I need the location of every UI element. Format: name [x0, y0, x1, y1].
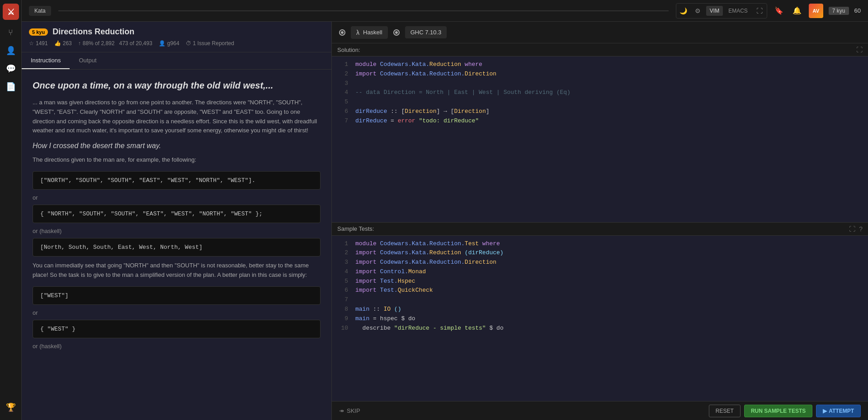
instructions-subtitle: How I crossed the desert the smart way.: [33, 142, 321, 150]
code-line: 5import Test.Hspec: [332, 277, 868, 286]
user-icon: 👤: [159, 40, 165, 47]
up-icon: ↑: [78, 40, 81, 47]
code-block-1: ["NORTH", "SOUTH", "SOUTH", "EAST", "WES…: [33, 171, 321, 190]
code-line: 7dirReduce = error "todo: dirReduce": [332, 117, 868, 126]
issue-meta: ⏱ 1 Issue Reported: [186, 40, 234, 47]
settings-toggle[interactable]: ⚙: [692, 5, 704, 17]
kata-title: Directions Reduction: [52, 27, 134, 37]
skip-label: SKIP: [347, 407, 360, 414]
kyu-pill: 5 kyu: [29, 28, 48, 36]
tab-instructions[interactable]: Instructions: [22, 52, 70, 69]
tab-output[interactable]: Output: [70, 52, 105, 69]
or-text-2: or (haskell): [33, 228, 321, 234]
expand-solution-icon[interactable]: ⛶: [856, 46, 863, 53]
help-tests-icon[interactable]: ?: [859, 225, 863, 233]
topbar: Kata 🌙 ⚙ VIM EMACS ⛶ 🔖 🔔 AV 7 kyu 60: [22, 0, 868, 22]
language-selector[interactable]: λ Haskell: [351, 26, 388, 39]
instructions-paragraph3: You can immediatly see that going "NORTH…: [33, 261, 321, 280]
version-dot: [395, 31, 398, 34]
code-line: 8main :: IO (): [332, 305, 868, 314]
clock-icon: ⏱: [186, 40, 191, 47]
avatar[interactable]: AV: [809, 4, 823, 18]
code-line: 10 describe "dirReduce - simple tests" $…: [332, 324, 868, 333]
issue-value: 1 Issue Reported: [193, 40, 234, 47]
skip-icon: ↠: [339, 407, 344, 414]
attempt-button[interactable]: ▶ ATTEMPT: [816, 405, 861, 417]
tabs: Instructions Output: [22, 52, 331, 70]
solution-header: Solution: ⛶: [332, 43, 868, 56]
train-icon[interactable]: ⑂: [3, 24, 19, 41]
content-area: 5 kyu Directions Reduction ☆ 1491 👍 263 …: [22, 22, 868, 420]
score-badge: 60: [854, 7, 861, 14]
left-panel: 5 kyu Directions Reduction ☆ 1491 👍 263 …: [22, 22, 332, 420]
emacs-toggle[interactable]: EMACS: [725, 6, 751, 16]
attempt-icon: ▶: [823, 408, 827, 414]
solution-label: Solution:: [337, 47, 360, 53]
code-line: 1module Codewars.Kata.Reduction where: [332, 60, 868, 70]
code-line: 2import Codewars.Kata.Reduction (dirRedu…: [332, 248, 868, 258]
chat-icon[interactable]: 💬: [3, 61, 19, 77]
skip-button[interactable]: ↠ SKIP: [339, 407, 360, 414]
code-block-5: { "WEST" }: [33, 320, 321, 338]
sample-tests-label: Sample Tests:: [337, 225, 374, 232]
dark-mode-toggle[interactable]: 🌙: [677, 5, 690, 17]
kata-meta: ☆ 1491 👍 263 ↑ 88% of 2,892 473 of 20,49…: [29, 40, 324, 47]
code-line: 2import Codewars.Kata.Reduction.Directio…: [332, 70, 868, 79]
run-sample-tests-button[interactable]: RUN SAMPLE TESTS: [744, 405, 812, 417]
solution-editor[interactable]: 1module Codewars.Kata.Reduction where2im…: [332, 56, 868, 222]
docs-icon[interactable]: 📄: [3, 79, 19, 95]
attempt-label: ATTEMPT: [829, 408, 854, 414]
code-block-4: ["WEST"]: [33, 286, 321, 305]
vim-toggle[interactable]: VIM: [706, 6, 723, 16]
expand-tests-icon[interactable]: ⛶: [849, 225, 855, 233]
or-text-3: or: [33, 309, 321, 316]
progress-bar: [58, 10, 669, 11]
trophy-icon[interactable]: 🏆: [3, 399, 19, 415]
kata-tab[interactable]: Kata: [29, 6, 51, 16]
sample-tests-editor[interactable]: 1module Codewars.Kata.Reduction.Test whe…: [332, 236, 868, 401]
instructions-paragraph1: ... a man was given directions to go fro…: [33, 98, 321, 135]
fullscreen-toggle[interactable]: ⛶: [753, 5, 766, 17]
code-line: 4-- data Direction = North | East | West…: [332, 88, 868, 98]
user-value: g964: [167, 40, 179, 47]
code-block-3: [North, South, South, East, West, North,…: [33, 238, 321, 257]
logo[interactable]: ⚔: [3, 4, 19, 20]
kata-title-row: 5 kyu Directions Reduction: [29, 27, 324, 37]
code-line: 1module Codewars.Kata.Reduction.Test whe…: [332, 239, 868, 249]
code-line: 7: [332, 295, 868, 305]
reset-button[interactable]: RESET: [709, 405, 741, 417]
version-label: GHC 7.10.3: [410, 29, 442, 36]
votes-meta: 👍 263: [54, 40, 72, 47]
code-line: 9main = hspec $ do: [332, 314, 868, 324]
bookmark-icon[interactable]: 🔖: [773, 5, 785, 17]
sample-tests-header: Sample Tests: ⛶ ?: [332, 223, 868, 236]
bottom-bar: ↠ SKIP RESET RUN SAMPLE TESTS ▶ ATTEMPT: [332, 401, 868, 420]
instructions-content: Once upon a time, on a way through the o…: [22, 70, 331, 420]
main-container: Kata 🌙 ⚙ VIM EMACS ⛶ 🔖 🔔 AV 7 kyu 60 5 k…: [22, 0, 868, 420]
sample-tests-section: Sample Tests: ⛶ ? 1module Codewars.Kata.…: [332, 223, 868, 401]
code-block-2: { "NORTH", "SOUTH", "SOUTH", "EAST", "WE…: [33, 205, 321, 223]
lang-bar: λ Haskell GHC 7.10.3: [332, 22, 868, 43]
instructions-paragraph2: The directions given to the man are, for…: [33, 155, 321, 165]
votes-value: 263: [63, 40, 72, 47]
svg-text:⚔: ⚔: [7, 8, 14, 17]
code-line: 5: [332, 98, 868, 107]
version-radio[interactable]: [393, 29, 400, 36]
star-icon: ☆: [29, 40, 34, 47]
solution-section: Solution: ⛶ 1module Codewars.Kata.Reduct…: [332, 43, 868, 223]
kata-header: 5 kyu Directions Reduction ☆ 1491 👍 263 …: [22, 22, 331, 52]
code-line: 6dirReduce :: [Direction] → [Direction]: [332, 107, 868, 117]
theme-controls: 🌙 ⚙ VIM EMACS ⛶: [676, 3, 767, 19]
instructions-title: Once upon a time, on a way through the o…: [33, 80, 321, 91]
version-selector[interactable]: GHC 7.10.3: [405, 26, 447, 38]
haskell-icon: λ: [356, 29, 359, 36]
code-line: 6import Test.QuickCheck: [332, 286, 868, 295]
completion-meta: ↑ 88% of 2,892 473 of 20,493: [78, 40, 152, 47]
sidebar: ⚔ ⑂ 👤 💬 📄 🏆: [0, 0, 22, 420]
or-text-4: or (haskell): [33, 343, 321, 350]
following-icon[interactable]: 👤: [3, 42, 19, 59]
lang-radio[interactable]: [339, 29, 345, 36]
code-line: 3import Codewars.Kata.Reduction.Directio…: [332, 258, 868, 267]
stars-value: 1491: [36, 40, 48, 47]
notification-icon[interactable]: 🔔: [791, 5, 803, 17]
